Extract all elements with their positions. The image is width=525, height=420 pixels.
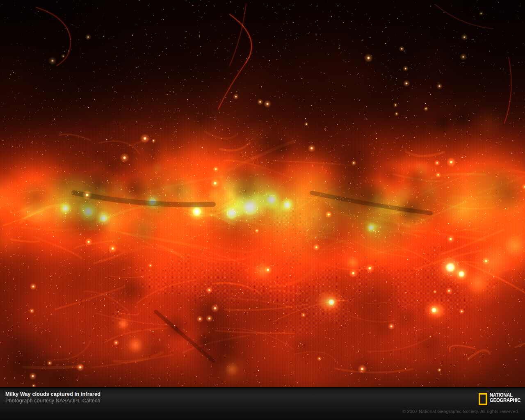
national-geographic-logo: NATIONAL GEOGRAPHIC (479, 393, 523, 405)
wallpaper-page: Milky Way clouds captured in infrared Ph… (0, 0, 525, 420)
ng-logo-line2: GEOGRAPHIC (490, 398, 520, 403)
ng-logo-text: NATIONAL GEOGRAPHIC (490, 393, 520, 403)
ng-frame-icon (479, 393, 487, 405)
caption-bar: Milky Way clouds captured in infrared Ph… (0, 387, 525, 420)
nebula-canvas (0, 0, 525, 387)
photo-credit: Photograph courtesy NASA/JPL-Caltech (5, 398, 100, 404)
copyright-text: © 2007 National Geographic Society. All … (402, 409, 519, 414)
photo-title: Milky Way clouds captured in infrared (5, 391, 100, 397)
milky-way-photo (0, 0, 525, 387)
